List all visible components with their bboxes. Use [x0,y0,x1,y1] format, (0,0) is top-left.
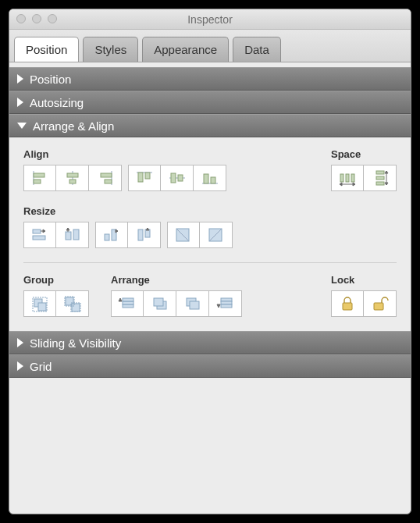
minimize-window-button[interactable] [32,14,41,23]
lock-button[interactable] [331,290,364,317]
align-right-icon [96,169,115,187]
disclosure-down-icon [17,123,27,129]
align-bottom-icon [201,169,219,187]
send-to-back-button[interactable] [209,290,242,317]
svg-rect-52 [72,304,80,311]
group-strip [23,290,89,317]
resize-small-h-icon [135,226,154,244]
space-strip [331,165,397,191]
lock-open-icon [371,295,390,312]
space-vertical-button[interactable] [364,165,397,191]
disclosure-right-icon [17,361,23,371]
align-center-v-icon [168,169,187,187]
align-horizontal-strip [23,165,122,191]
title-bar: Inspector [9,9,411,30]
group-label: Group [23,274,89,286]
align-bottom-button[interactable] [194,165,226,191]
svg-marker-22 [340,183,342,186]
svg-rect-8 [105,180,112,183]
svg-marker-40 [116,229,118,233]
section-title: Arrange & Align [33,119,114,133]
align-left-button[interactable] [23,165,56,191]
align-top-button[interactable] [128,165,161,191]
svg-marker-66 [217,304,220,308]
arrange-strip [111,290,242,317]
svg-rect-60 [154,298,163,306]
bring-to-front-button[interactable] [111,290,144,317]
zoom-window-button[interactable] [48,14,57,23]
svg-rect-1 [34,173,44,177]
resize-largest-height-button[interactable] [200,222,233,248]
svg-rect-41 [138,229,143,240]
section-title: Sliding & Visibility [30,336,121,350]
align-left-icon [30,169,49,187]
svg-rect-56 [123,301,133,304]
align-top-icon [135,169,154,187]
resize-height-icon [63,226,82,244]
tab-label: Appearance [154,43,217,56]
svg-marker-43 [146,228,149,230]
resize-largest-width-button[interactable] [167,222,200,248]
svg-rect-7 [101,173,112,177]
ungroup-icon [63,295,82,312]
svg-marker-58 [119,298,122,301]
section-autosizing-header[interactable]: Autosizing [9,91,411,114]
svg-marker-37 [66,228,69,230]
align-right-button[interactable] [89,165,122,191]
arrange-label: Arrange [111,274,242,286]
tab-position[interactable]: Position [14,37,79,62]
bring-front-icon [118,295,137,312]
send-backward-button[interactable] [176,290,209,317]
svg-rect-18 [340,174,343,182]
section-title: Position [30,73,71,86]
panel-body: Position Autosizing Arrange & Align Alig… [9,62,411,378]
svg-rect-26 [376,182,384,185]
resize-to-largest-strip [167,222,233,248]
close-window-button[interactable] [16,14,26,23]
section-position-header[interactable]: Position [9,67,411,91]
bring-forward-icon [151,295,169,312]
svg-marker-23 [353,183,355,186]
send-backward-icon [183,295,202,312]
svg-rect-30 [33,229,41,233]
section-grid-header[interactable]: Grid [9,354,411,378]
tab-styles[interactable]: Styles [83,37,138,62]
svg-rect-64 [221,301,232,304]
arrange-align-content: Align [9,137,411,331]
traffic-lights [16,14,57,23]
svg-rect-19 [346,174,349,182]
svg-rect-38 [105,234,109,240]
resize-large-w-icon [174,226,193,244]
section-title: Grid [30,360,52,373]
svg-rect-2 [34,180,41,183]
resize-small-w-icon [102,226,121,244]
resize-smallest-height-button[interactable] [128,222,161,248]
ungroup-button[interactable] [56,290,89,317]
group-button[interactable] [23,290,56,317]
align-center-horizontal-button[interactable] [56,165,89,191]
bring-forward-button[interactable] [144,290,176,317]
tab-appearance[interactable]: Appearance [142,37,229,62]
section-sliding-visibility-header[interactable]: Sliding & Visibility [9,331,411,354]
svg-rect-25 [376,176,384,180]
space-label: Space [331,148,397,160]
lock-closed-icon [338,295,357,312]
svg-rect-65 [221,304,232,308]
svg-rect-5 [69,180,76,183]
lock-label: Lock [331,274,397,286]
resize-match-width-button[interactable] [23,222,56,248]
disclosure-right-icon [17,338,23,347]
unlock-button[interactable] [364,290,397,317]
resize-match-height-button[interactable] [56,222,89,248]
tab-data[interactable]: Data [233,37,281,62]
inspector-window: Inspector Position Styles Appearance Dat… [9,9,411,514]
send-back-icon [216,295,235,312]
tabs-row: Position Styles Appearance Data [9,30,411,62]
svg-rect-55 [123,304,133,308]
svg-marker-33 [43,229,45,233]
resize-smallest-width-button[interactable] [95,222,128,248]
section-arrange-align-header[interactable]: Arrange & Align [9,114,411,137]
align-center-vertical-button[interactable] [161,165,194,191]
space-horizontal-button[interactable] [331,165,364,191]
svg-rect-57 [123,298,133,301]
